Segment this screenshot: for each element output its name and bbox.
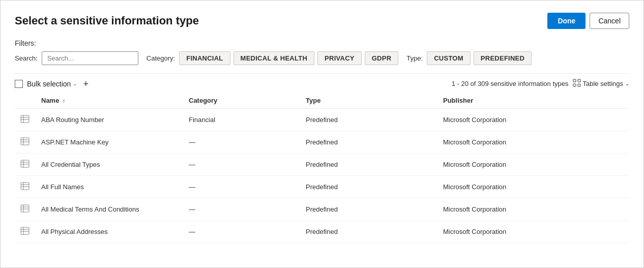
- row-publisher: Microsoft Corporation: [439, 154, 629, 176]
- toolbar-row: Bulk selection ⌄ + 1 - 20 of 309 sensiti…: [15, 74, 629, 93]
- row-checkbox-cell: [15, 154, 37, 176]
- row-publisher: Microsoft Corporation: [439, 131, 629, 154]
- toolbar-right: 1 - 20 of 309 sensitive information type…: [452, 79, 629, 88]
- header-buttons: Done Cancel: [547, 13, 629, 29]
- search-input[interactable]: [42, 51, 138, 65]
- row-name: All Medical Terms And Conditions: [37, 198, 185, 221]
- filter-custom[interactable]: CUSTOM: [427, 51, 471, 65]
- table-body: ABA Routing NumberFinancialPredefinedMic…: [15, 109, 629, 243]
- row-name: All Full Names: [37, 176, 185, 198]
- row-publisher: Microsoft Corporation: [439, 221, 629, 243]
- filter-medical[interactable]: MEDICAL & HEALTH: [233, 51, 315, 65]
- row-category: —: [185, 131, 302, 154]
- table-settings-chevron-icon: ⌄: [625, 81, 629, 86]
- row-publisher: Microsoft Corporation: [439, 198, 629, 221]
- bulk-checkbox[interactable]: [15, 80, 23, 88]
- table-row[interactable]: ASP.NET Machine Key—PredefinedMicrosoft …: [15, 131, 629, 154]
- data-table: Name ↑ Category Type Publisher ABA Routi…: [15, 93, 629, 243]
- row-name: All Physical Addresses: [37, 221, 185, 243]
- row-publisher: Microsoft Corporation: [439, 176, 629, 198]
- row-icon: [20, 163, 30, 170]
- svg-rect-4: [21, 115, 29, 123]
- col-type-header[interactable]: Type: [302, 93, 439, 109]
- table-row[interactable]: All Physical Addresses—PredefinedMicroso…: [15, 221, 629, 243]
- row-category: —: [185, 154, 302, 176]
- row-icon: [20, 140, 30, 148]
- filter-financial[interactable]: FINANCIAL: [179, 51, 230, 65]
- svg-rect-1: [578, 79, 580, 82]
- svg-rect-24: [21, 227, 29, 234]
- col-category-header[interactable]: Category: [185, 93, 302, 109]
- filter-privacy[interactable]: PRIVACY: [317, 51, 362, 65]
- bulk-selection-label[interactable]: Bulk selection ⌄: [27, 80, 77, 88]
- row-icon: [20, 230, 30, 237]
- row-checkbox-cell: [15, 131, 37, 154]
- row-name: ASP.NET Machine Key: [37, 131, 185, 154]
- row-checkbox-cell: [15, 198, 37, 221]
- search-label: Search:: [15, 54, 38, 62]
- table-row[interactable]: All Credential Types—PredefinedMicrosoft…: [15, 154, 629, 176]
- page-title: Select a sensitive information type: [15, 14, 199, 27]
- filter-predefined[interactable]: PREDEFINED: [474, 51, 532, 65]
- table-settings-label: Table settings: [583, 80, 624, 87]
- svg-rect-0: [573, 79, 576, 82]
- cancel-button[interactable]: Cancel: [590, 13, 629, 29]
- filter-gdpr[interactable]: GDPR: [365, 51, 399, 65]
- chevron-down-icon: ⌄: [73, 81, 77, 86]
- done-button[interactable]: Done: [547, 13, 586, 29]
- header-row: Select a sensitive information type Done…: [15, 13, 629, 29]
- filters-section: Filters: Search: Category: FINANCIAL MED…: [15, 39, 629, 65]
- col-checkbox: [15, 93, 37, 109]
- table-header: Name ↑ Category Type Publisher: [15, 93, 629, 109]
- row-checkbox-cell: [15, 109, 37, 131]
- row-icon: [20, 118, 30, 126]
- row-publisher: Microsoft Corporation: [439, 109, 629, 131]
- row-type: Predefined: [302, 154, 439, 176]
- svg-rect-8: [21, 138, 29, 145]
- row-name: All Credential Types: [37, 154, 185, 176]
- sort-asc-icon: ↑: [63, 98, 66, 104]
- row-name: ABA Routing Number: [37, 109, 185, 131]
- row-category: —: [185, 176, 302, 198]
- row-type: Predefined: [302, 198, 439, 221]
- row-category: —: [185, 221, 302, 243]
- row-type: Predefined: [302, 221, 439, 243]
- row-type: Predefined: [302, 109, 439, 131]
- filters-row: Search: Category: FINANCIAL MEDICAL & HE…: [15, 51, 629, 65]
- table-settings-icon: [573, 79, 581, 88]
- row-type: Predefined: [302, 176, 439, 198]
- row-category: Financial: [185, 109, 302, 131]
- col-name-header[interactable]: Name ↑: [37, 93, 185, 109]
- svg-rect-20: [21, 205, 29, 212]
- count-text: 1 - 20 of 309 sensitive information type…: [452, 80, 569, 87]
- add-button[interactable]: +: [81, 79, 91, 88]
- col-publisher-header[interactable]: Publisher: [439, 93, 629, 109]
- row-category: —: [185, 198, 302, 221]
- svg-rect-16: [21, 183, 29, 190]
- svg-rect-2: [573, 84, 576, 86]
- table-row[interactable]: All Medical Terms And Conditions—Predefi…: [15, 198, 629, 221]
- table-row[interactable]: ABA Routing NumberFinancialPredefinedMic…: [15, 109, 629, 131]
- category-label: Category:: [147, 54, 175, 62]
- filters-label: Filters:: [15, 39, 629, 47]
- row-icon: [20, 207, 30, 215]
- row-icon: [20, 185, 30, 193]
- row-type: Predefined: [302, 131, 439, 154]
- type-label: Type:: [406, 54, 423, 62]
- table-settings-button[interactable]: Table settings ⌄: [573, 79, 630, 88]
- row-checkbox-cell: [15, 176, 37, 198]
- svg-rect-3: [578, 84, 580, 86]
- svg-rect-12: [21, 160, 29, 167]
- table-row[interactable]: All Full Names—PredefinedMicrosoft Corpo…: [15, 176, 629, 198]
- toolbar-left: Bulk selection ⌄ +: [15, 79, 91, 88]
- dialog-container: Select a sensitive information type Done…: [0, 0, 644, 268]
- row-checkbox-cell: [15, 221, 37, 243]
